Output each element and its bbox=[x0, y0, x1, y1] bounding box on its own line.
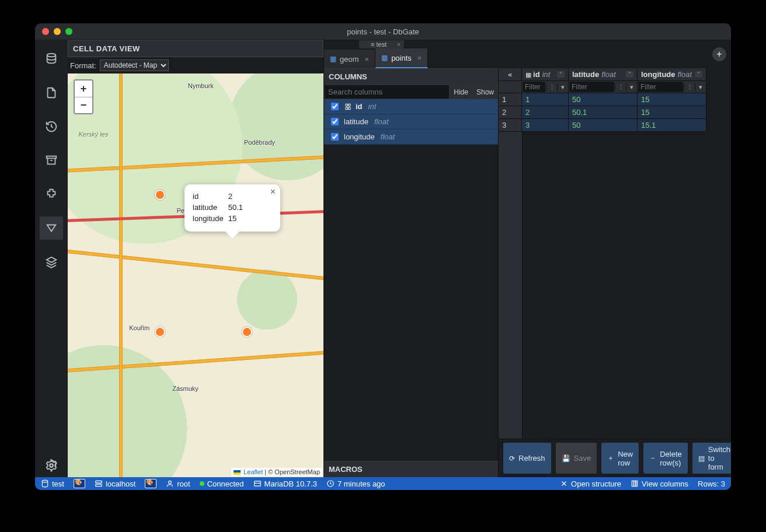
primary-key-icon bbox=[344, 102, 352, 111]
history-icon[interactable] bbox=[40, 115, 63, 138]
status-host[interactable]: localhost bbox=[95, 480, 135, 488]
map-view[interactable]: Nymburk Poděbrady Pečky Kouřim Zásmuky K… bbox=[68, 74, 323, 477]
svg-rect-4 bbox=[346, 104, 348, 107]
new-tab-button[interactable]: + bbox=[712, 47, 726, 61]
svg-rect-16 bbox=[636, 481, 637, 486]
svg-point-0 bbox=[47, 54, 56, 57]
macros-header[interactable]: MACROS bbox=[324, 461, 498, 477]
popup-close-icon[interactable]: × bbox=[270, 187, 276, 197]
columns-search-input[interactable] bbox=[324, 85, 450, 99]
palette-icon bbox=[145, 479, 156, 488]
status-theme[interactable] bbox=[74, 479, 85, 488]
svg-rect-1 bbox=[47, 156, 57, 159]
cell-data-icon[interactable] bbox=[40, 216, 63, 240]
status-dot-icon bbox=[200, 481, 204, 486]
table-row[interactable]: 2 2 50.1 15 bbox=[499, 106, 731, 119]
format-label: Format: bbox=[70, 61, 96, 70]
filter-menu-icon[interactable]: ⋮ bbox=[546, 83, 557, 91]
file-icon[interactable] bbox=[40, 81, 63, 104]
format-row: Format: Autodetect - Map bbox=[68, 57, 323, 74]
svg-rect-15 bbox=[634, 481, 636, 486]
expand-columns-button[interactable]: « bbox=[499, 68, 522, 81]
archive-icon[interactable] bbox=[40, 149, 63, 172]
form-icon: ▤ bbox=[698, 454, 705, 463]
leaflet-link[interactable]: Leaflet bbox=[243, 468, 263, 475]
map-marker[interactable] bbox=[155, 327, 165, 337]
svg-rect-6 bbox=[346, 107, 348, 110]
map-popup: × id2 latitude50.1 longitude15 bbox=[184, 184, 280, 232]
map-label: Kouřim bbox=[129, 324, 149, 331]
map-label: Nymburk bbox=[188, 82, 214, 89]
status-time: 7 minutes ago bbox=[326, 480, 385, 488]
table-row[interactable]: 3 3 50 15.1 bbox=[499, 119, 731, 132]
format-select[interactable]: Autodetect - Map bbox=[100, 60, 169, 71]
svg-point-8 bbox=[42, 480, 47, 482]
hide-columns-button[interactable]: Hide bbox=[450, 85, 472, 99]
open-structure-button[interactable]: Open structure bbox=[560, 480, 621, 488]
grid-toolbar: ⟳Refresh 💾Save ＋New row －Delete row(s) ▤… bbox=[499, 439, 731, 477]
db-chip[interactable]: ≡ test × bbox=[359, 40, 404, 48]
close-icon[interactable]: × bbox=[397, 41, 401, 48]
delete-row-button[interactable]: －Delete row(s) bbox=[643, 443, 688, 474]
svg-rect-7 bbox=[349, 107, 351, 110]
column-checkbox[interactable] bbox=[331, 103, 339, 110]
new-row-button[interactable]: ＋New row bbox=[601, 443, 639, 474]
chevron-down-icon[interactable]: ˅ bbox=[557, 71, 565, 78]
map-marker[interactable] bbox=[155, 190, 165, 200]
map-marker[interactable] bbox=[242, 327, 252, 337]
refresh-icon: ⟳ bbox=[509, 454, 515, 463]
map-label: Kerský les bbox=[78, 131, 108, 138]
column-checkbox[interactable] bbox=[331, 133, 339, 141]
filter-icon[interactable]: ▾ bbox=[557, 83, 568, 91]
column-item[interactable]: longitude float bbox=[324, 130, 498, 145]
status-theme2[interactable] bbox=[145, 479, 156, 488]
filter-icon[interactable]: ▾ bbox=[695, 83, 706, 91]
svg-rect-5 bbox=[349, 104, 351, 107]
table-row[interactable]: 1 1 50 15 bbox=[499, 93, 731, 106]
cell-data-panel: CELL DATA VIEW Format: Autodetect - Map … bbox=[68, 40, 324, 477]
filter-icon[interactable]: ▾ bbox=[626, 83, 637, 91]
close-icon[interactable]: × bbox=[417, 54, 422, 62]
plus-icon: ＋ bbox=[607, 453, 614, 463]
left-icon-bar bbox=[35, 40, 68, 477]
tab-geom[interactable]: ▦ geom × bbox=[324, 50, 375, 68]
filter-input-latitude[interactable] bbox=[569, 81, 615, 93]
switch-form-button[interactable]: ▤Switch to form bbox=[692, 443, 731, 474]
chevron-down-icon[interactable]: ˅ bbox=[695, 71, 702, 78]
column-header-id[interactable]: ▦ idint ˅ bbox=[522, 68, 569, 81]
svg-rect-10 bbox=[96, 484, 102, 487]
map-attribution: Leaflet | © OpenStreetMap bbox=[231, 468, 322, 476]
zoom-out-button[interactable]: − bbox=[75, 97, 92, 113]
column-header-longitude[interactable]: longitudefloat ˅ bbox=[638, 68, 706, 81]
database-icon: ≡ bbox=[371, 41, 374, 48]
filter-menu-icon[interactable]: ⋮ bbox=[684, 83, 695, 91]
columns-panel: COLUMNS Hide Show id int bbox=[324, 68, 499, 477]
filter-menu-icon[interactable]: ⋮ bbox=[615, 83, 626, 91]
chevron-down-icon[interactable]: ˅ bbox=[626, 71, 633, 78]
layers-icon[interactable] bbox=[40, 250, 63, 274]
refresh-button[interactable]: ⟳Refresh bbox=[503, 443, 551, 474]
status-server: MariaDB 10.7.3 bbox=[253, 480, 317, 488]
settings-icon[interactable] bbox=[40, 454, 63, 477]
status-user[interactable]: root bbox=[166, 480, 190, 488]
filter-input-id[interactable] bbox=[522, 81, 546, 93]
tab-bar: ≡ test × ▦ geom × ▦ points × + bbox=[324, 40, 731, 68]
status-db[interactable]: test bbox=[41, 480, 64, 488]
save-button: 💾Save bbox=[556, 443, 597, 474]
row-count: Rows: 3 bbox=[698, 480, 725, 488]
svg-rect-9 bbox=[96, 481, 102, 483]
zoom-in-button[interactable]: + bbox=[75, 80, 92, 97]
column-header-latitude[interactable]: latitudefloat ˅ bbox=[569, 68, 638, 81]
plugins-icon[interactable] bbox=[40, 183, 63, 206]
view-columns-button[interactable]: View columns bbox=[631, 480, 688, 488]
svg-rect-14 bbox=[632, 481, 633, 486]
filter-input-longitude[interactable] bbox=[638, 81, 684, 93]
column-item[interactable]: latitude float bbox=[324, 114, 498, 130]
tab-points[interactable]: ▦ points × bbox=[375, 48, 428, 68]
show-columns-button[interactable]: Show bbox=[472, 85, 498, 99]
database-icon[interactable] bbox=[40, 47, 63, 71]
column-checkbox[interactable] bbox=[331, 118, 339, 125]
cell-data-header: CELL DATA VIEW bbox=[68, 40, 323, 57]
close-icon[interactable]: × bbox=[365, 55, 370, 64]
column-item[interactable]: id int bbox=[324, 99, 498, 114]
